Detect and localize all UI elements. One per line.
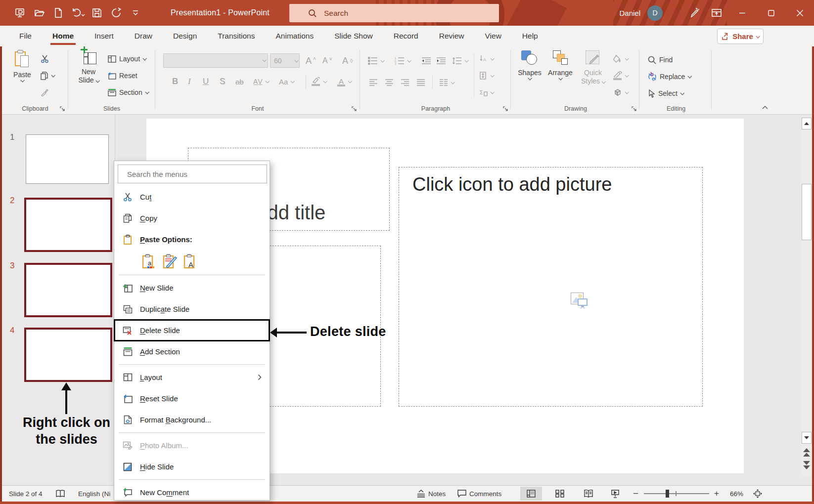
slide-thumbnail-2[interactable] [24, 198, 112, 252]
paste-keep-text-only-button[interactable]: A [183, 254, 197, 269]
quick-styles-button: Quick Styles [578, 50, 608, 85]
tab-slide-show[interactable]: Slide Show [324, 26, 383, 46]
copy-button[interactable] [41, 69, 54, 82]
paragraph-dialog-launcher[interactable] [503, 106, 508, 112]
zoom-in-button[interactable]: + [714, 486, 719, 502]
collapse-ribbon-button[interactable] [762, 105, 769, 110]
new-slide-button[interactable]: New Slide [74, 50, 103, 84]
format-painter-button [41, 86, 49, 99]
undo-icon[interactable] [70, 5, 86, 21]
ribbon-display-options-icon[interactable] [705, 0, 728, 26]
tab-transitions[interactable]: Transitions [207, 26, 265, 46]
new-file-icon[interactable] [50, 5, 66, 21]
replace-button[interactable]: b c Replace [648, 70, 691, 83]
ink-pen-icon[interactable] [682, 0, 705, 26]
menu-item-paste-options[interactable]: Paste Options: [114, 229, 270, 250]
redo-icon[interactable] [108, 5, 124, 21]
menu-item-layout[interactable]: Layout [114, 367, 270, 388]
clipboard-group-label: Clipboard [3, 105, 67, 112]
reset-button[interactable]: Reset [108, 69, 137, 82]
insert-picture-icon[interactable] [571, 293, 588, 308]
tab-insert[interactable]: Insert [84, 26, 124, 46]
zoom-out-button[interactable]: − [633, 486, 638, 502]
language-indicator[interactable]: English (Ni [78, 486, 110, 502]
menu-item-add-section[interactable]: Add Section [114, 341, 270, 362]
avatar[interactable]: D [647, 5, 663, 21]
paste-button[interactable]: Paste [9, 50, 36, 82]
slide-sorter-view-button[interactable] [549, 487, 571, 501]
zoom-level[interactable]: 66% [730, 486, 743, 502]
save-icon[interactable] [89, 5, 105, 21]
powerpoint-app-icon[interactable] [12, 5, 28, 21]
notes-button[interactable]: Notes [417, 486, 446, 502]
menu-item-format-background[interactable]: Format Background... [114, 409, 270, 430]
zoom-slider[interactable] [644, 486, 709, 502]
cut-button[interactable] [41, 52, 49, 65]
tab-animations[interactable]: Animations [265, 26, 324, 46]
clipboard-dialog-launcher[interactable] [60, 106, 65, 112]
layout-button[interactable]: Layout [108, 52, 146, 65]
select-button[interactable]: Select [648, 87, 683, 100]
menu-item-hide-slide[interactable]: Hide Slide [114, 456, 270, 477]
paste-keep-source-formatting-button[interactable]: a [142, 254, 155, 269]
tab-design[interactable]: Design [163, 26, 207, 46]
paste-picture-button[interactable] [163, 254, 176, 269]
normal-view-button[interactable] [520, 487, 542, 501]
menu-item-new-slide[interactable]: New Slide [114, 277, 270, 298]
scroll-up-button[interactable] [802, 118, 812, 129]
share-icon [722, 33, 729, 41]
slide-thumbnail-4[interactable] [24, 328, 112, 382]
slide-thumbnail-3[interactable] [24, 263, 112, 317]
menu-search-input[interactable] [118, 165, 267, 183]
notes-icon [417, 490, 425, 498]
tab-review[interactable]: Review [429, 26, 475, 46]
menu-item-duplicate-slide[interactable]: Duplicate Slide [114, 298, 270, 320]
tab-view[interactable]: View [475, 26, 512, 46]
columns-button [439, 76, 454, 89]
zoom-slider-thumb[interactable] [666, 490, 669, 498]
vertical-scrollbar[interactable] [801, 117, 812, 476]
menu-item-cut[interactable]: Cut [114, 186, 270, 208]
menu-item-reset-slide[interactable]: Reset Slide [114, 388, 270, 409]
comments-button[interactable]: Comments [457, 486, 501, 502]
close-button[interactable] [785, 0, 814, 26]
share-button[interactable]: Share [717, 29, 764, 44]
maximize-button[interactable] [757, 0, 785, 26]
open-file-icon[interactable] [31, 5, 47, 21]
font-dialog-launcher[interactable] [352, 106, 357, 112]
menu-item-delete-slide[interactable]: Delete Slide [114, 320, 270, 341]
section-button[interactable]: Section [108, 86, 148, 99]
menu-item-new-comment[interactable]: New Comment [114, 482, 270, 503]
window-title: Presentation1 - PowerPoint [171, 0, 270, 26]
tab-draw[interactable]: Draw [124, 26, 163, 46]
search-box[interactable]: Search [289, 4, 499, 22]
tab-home[interactable]: Home [42, 26, 84, 46]
previous-slide-button[interactable] [803, 447, 811, 458]
picture-placeholder[interactable] [399, 167, 703, 407]
find-button[interactable]: Find [648, 53, 673, 66]
user-name[interactable]: Daniel [619, 9, 640, 17]
annotation-right-click-label: Right click on the slides [11, 414, 122, 448]
accessibility-checker-button[interactable] [55, 486, 65, 502]
layout-label: Layout [119, 55, 140, 63]
scroll-down-button[interactable] [802, 432, 812, 444]
tab-file[interactable]: File [9, 26, 42, 46]
tab-record[interactable]: Record [383, 26, 429, 46]
shapes-button[interactable]: Shapes [515, 50, 544, 80]
fit-slide-to-window-button[interactable] [753, 486, 763, 502]
reset-label: Reset [119, 72, 137, 80]
annotation-up-arrow-head [61, 382, 71, 390]
slideshow-view-button[interactable] [604, 487, 626, 501]
tab-help[interactable]: Help [512, 26, 548, 46]
drawing-dialog-launcher[interactable] [632, 106, 637, 112]
customize-quick-access-icon[interactable] [128, 5, 143, 21]
menu-item-copy[interactable]: Copy [114, 208, 270, 229]
zoom-slider-center-tick [676, 491, 677, 496]
minimize-button[interactable] [728, 0, 757, 26]
arrange-button[interactable]: Arrange [545, 50, 576, 80]
scrollbar-thumb[interactable] [802, 184, 812, 240]
photo-album-icon [122, 441, 133, 450]
next-slide-button[interactable] [803, 460, 811, 470]
reading-view-button[interactable] [578, 487, 599, 501]
slide-thumbnail-1[interactable] [26, 134, 109, 184]
